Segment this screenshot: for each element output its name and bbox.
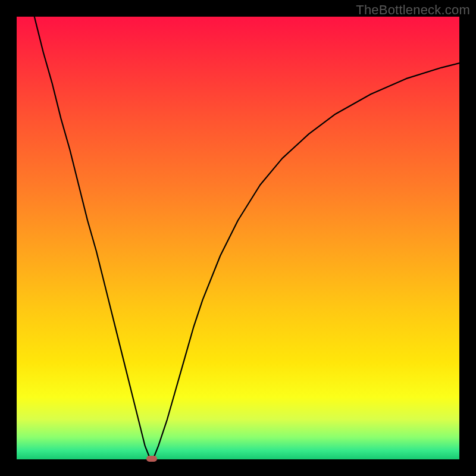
chart-frame: TheBottleneck.com bbox=[0, 0, 476, 476]
bottleneck-curve bbox=[35, 17, 459, 459]
min-marker bbox=[146, 456, 157, 462]
plot-area bbox=[17, 17, 459, 459]
curve-svg bbox=[17, 17, 459, 459]
watermark-text: TheBottleneck.com bbox=[356, 2, 470, 18]
